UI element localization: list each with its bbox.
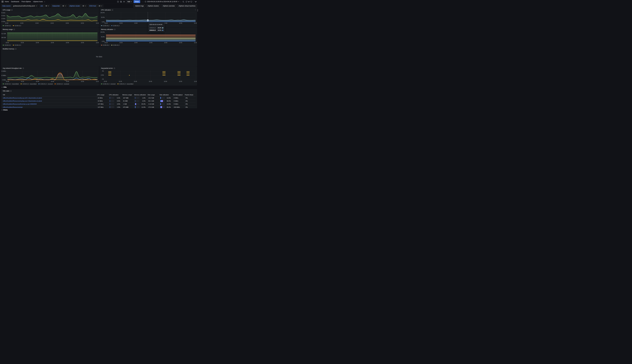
add-button[interactable]: Add [126,0,133,3]
filter-label[interactable]: vSphere cluster [68,4,81,8]
refresh-button[interactable] [185,0,188,3]
legend-item[interactable]: 10.66.41.2 [3,25,11,26]
collapse-nav-button[interactable] [194,0,197,3]
breadcrumb-home[interactable]: Home [5,1,9,2]
packet-errors-chart[interactable] [105,70,196,80]
vms-table-body: /office/host/dev/Resources/bp-qa-w19-1.b… [3,96,196,108]
vsphere-clusters-button[interactable]: vSphere clusters [146,4,160,8]
memory-usage-chart[interactable] [7,32,98,42]
vsphere-virtual-machines-button[interactable]: vSphere virtual machines [177,4,197,8]
y-axis: 25 GHz20 GHz15 GHz10 GHz [2,12,6,22]
x-axis: 10:3010:3510:4010:4510:5010:5511:00 [8,81,98,82]
breadcrumb-folder[interactable]: Final vSphere [22,1,31,2]
legend-item[interactable]: 10.66.41.2 [3,44,11,46]
datacenter-dropdown[interactable]: All [61,4,67,8]
cpu-usage-cell: 137 MHz [97,106,109,108]
legend-item[interactable]: 10.66.41.3 [111,44,120,46]
legend-item[interactable]: 10.66.41.3 - transmitted [117,83,133,85]
info-icon[interactable] [11,9,13,11]
memory_utilization-svg [106,32,196,42]
x-tick-label: 10:50 [66,42,69,43]
cpu-utilization-chart[interactable] [106,12,196,22]
cpu-usage-cell: 22 MHz [97,96,109,99]
column-header[interactable]: CPU usage [97,94,109,96]
info-icon[interactable] [15,48,16,50]
legend-item[interactable]: 10.66.41.2 [101,25,109,26]
legend-item[interactable]: 10.66.41.3 [111,25,120,26]
menu-icon[interactable] [2,1,4,2]
breadcrumb-dashboards[interactable]: Dashboards [11,1,19,2]
column-header[interactable]: Disk utilization [160,94,173,96]
legend-item[interactable]: 10.66.41.3 [13,25,21,26]
series-color-swatch [162,30,163,31]
column-header[interactable]: Memory utilization [134,94,148,96]
save-dashboard-button[interactable] [120,0,122,3]
time-back-button[interactable]: ‹ [142,1,144,3]
column-header[interactable]: Disk usage [148,94,160,96]
vm-link[interactable]: /office/host/dev/Resources/syslog-uss-0.… [3,100,42,102]
esxi-host-dropdown[interactable]: All [98,4,104,8]
panel-vms-table: VMs table VMCPU usageCPU utilizationMemo… [1,89,197,108]
info-icon[interactable] [10,90,12,92]
net-throughput-cell: 2 KiB/s [173,96,185,99]
vm-link[interactable]: /office/host/dev/Resources/foreman-p-sp1… [3,103,37,105]
legend: 10.66.41.2 - transmitted10.66.41.3 - tra… [3,83,98,85]
y-tick-label: 0% [102,70,104,72]
info-icon[interactable] [14,29,15,30]
section-disks[interactable]: Disks [2,109,8,111]
filter-label[interactable]: Datacenter [51,4,61,8]
vsphere-overview-button[interactable]: vSphere overview [161,4,176,8]
column-header[interactable]: Packet drops [185,94,196,96]
filter-label[interactable]: ESXi host [88,4,97,8]
filter-label[interactable]: Data source [1,4,12,8]
column-header[interactable]: Net throughput [173,94,185,96]
y-tick-label: 20 GHz [1,15,5,16]
dashboard-settings-button[interactable]: ⚙ [122,0,126,3]
x-tick-label: 10:50 [164,22,167,24]
job-dropdown[interactable]: All [44,4,50,8]
column-header[interactable]: CPU utilization [109,94,122,96]
legend-swatch [111,45,112,45]
y-tick-label: 64 MiB/s [1,70,6,72]
page-scrollbar[interactable] [198,9,198,12]
legend-item[interactable]: 10.66.41.3 - transmitted [20,83,36,85]
info-icon[interactable] [112,9,113,11]
favorite-star-icon[interactable]: ☆ [44,1,46,3]
legend-item[interactable]: 10.66.41.3 - received [54,83,69,85]
y-tick-label: 10 GHz [1,21,5,22]
x-tick-label: 10:35 [119,42,122,43]
dashboard-info-button[interactable] [116,0,120,3]
panel-menu-icon[interactable]: ⋮ [194,9,196,10]
filter-label[interactable]: Job [39,4,44,8]
info-icon[interactable] [114,68,115,69]
vsphere-logs-button[interactable]: vSphere logs [134,4,145,8]
data-source-dropdown[interactable]: grafanacloud-keithschmitty-prom [12,4,38,8]
y-axis: 64 MiB/s32 MiB/s0 KiB/s [2,70,6,80]
legend-item[interactable]: 10.66.41.2 - received [38,83,53,85]
tv-mode-button[interactable] [190,0,193,3]
memory-utilization-chart[interactable] [106,32,196,42]
network-throughput-chart[interactable] [8,70,98,80]
column-header[interactable]: Memory usage [122,94,134,96]
net-throughput-cell: 0 KiB/s [173,103,185,106]
legend-item[interactable]: 10.66.41.2 [101,44,109,46]
column-header[interactable]: VM [3,94,97,96]
legend-item[interactable]: 10.66.41.2 - transmitted [3,83,19,85]
time-forward-button[interactable]: › [180,1,182,3]
info-icon[interactable] [22,68,24,69]
vsphere-cluster-dropdown[interactable]: All [81,4,87,8]
section-vms[interactable]: VMs [2,86,7,88]
legend-item[interactable]: 10.66.41.3 [13,44,21,46]
breadcrumb-current: vSphere hosts [33,1,43,2]
share-button[interactable]: Share [134,0,140,3]
time-range-picker[interactable]: 2024-06-26 10:30:00 to 2024-06-26 11:00:… [144,0,180,3]
zoom-out-button[interactable] [182,0,185,3]
legend-item[interactable]: 10.66.41.3 - received [101,83,116,85]
info-icon[interactable] [114,29,116,30]
cpu-usage-chart[interactable] [7,12,98,22]
vm-link[interactable]: /office/host/dev/Resources/bp-qa-w19-1.b… [3,97,42,99]
vm-link[interactable]: /office/host/dev/Resources/vpn [3,106,23,108]
panel-title: CPU usage [3,9,10,11]
refresh-interval-dropdown[interactable] [188,0,190,3]
filter-datacenter: Datacenter All [51,4,67,8]
